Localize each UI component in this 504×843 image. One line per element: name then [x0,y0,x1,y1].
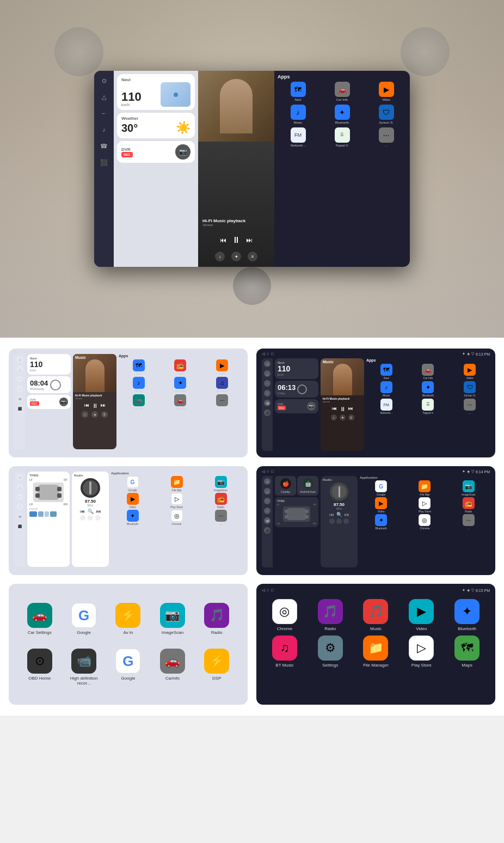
music-icon[interactable]: ♪ [215,252,225,261]
app-item-r1l-6[interactable]: 📹 AV_IN [119,394,159,410]
app-r2l-chrome[interactable]: ◎ Chrome [155,510,198,526]
android-auto-btn-r2r[interactable]: 🤖 Android Auto [297,476,318,496]
launcher-avin[interactable]: ⚡ Av In [108,603,148,635]
app-item-r1l-3[interactable]: ♪ Music [119,377,159,393]
app-navi[interactable]: 🗺 Navi [278,82,318,101]
app-item-r1l-7[interactable]: 🚗 Car Info [161,394,201,410]
prev-btn[interactable]: ⏮ [220,236,226,244]
app-label-radio-r1l: Radio [177,372,184,375]
app-video[interactable]: ▶ Video [366,82,407,101]
app-r1r-video[interactable]: ▶ Video [450,364,490,380]
home-nav-r2r[interactable]: ○ [267,469,269,474]
app-r1r-more[interactable]: ··· ... [450,399,490,414]
dvr-card-r1r[interactable]: DVR Rec 📷 [275,399,318,413]
time-card-r1r[interactable]: 06:13 Friday [275,381,318,398]
tpms-card-r2l[interactable]: TPMS LFRF LRRR Layout [27,472,70,567]
app-item-r1l-8[interactable]: ··· ... [202,394,242,410]
apps-nav-r3r[interactable]: □ [271,588,273,592]
launcher-carinfo[interactable]: 🚗 CarInfo [152,649,192,686]
app-r2r-video[interactable]: ▶ Video [360,497,402,513]
apps-nav-r2r[interactable]: □ [271,469,273,474]
app-r2l-bt[interactable]: ✦ Bluetooth [111,510,154,526]
app-item-r1l-1[interactable]: 📻 Radio [161,359,201,375]
navi-widget[interactable]: Navi 110 km/h [117,74,195,110]
app-r2r-img[interactable]: 📷 ImageScan [447,480,490,496]
bluetooth-icon[interactable]: ✦ [231,252,241,261]
app-item-r1l-4[interactable]: ✦ Bluetooth [161,377,201,393]
app-r1r-junsun[interactable]: 🛡 Junsun S. [450,381,490,397]
apps-nav-r1r[interactable]: □ [271,352,273,356]
dl-music[interactable]: 🎵 Music [355,599,397,631]
launcher-radio[interactable]: 🎵 Radio [197,603,237,635]
dl-radio[interactable]: 🎵 Radio [310,599,351,631]
launcher-imagescan[interactable]: 📷 ImageScan [152,603,192,635]
home-nav-r1r[interactable]: ○ [267,352,269,356]
app-toppal[interactable]: ⠿ Toppal V. [322,127,362,147]
dl-btmusic[interactable]: ♫ BT Music [264,636,305,668]
tpms-card-r2r[interactable]: TPMS LFRF LRRR [275,497,318,527]
app-network[interactable]: FM Network... [278,127,318,147]
launcher-obd[interactable]: ⊙ OBD Home [20,649,59,686]
dl-filemanager[interactable]: 📁 File Manager [355,636,397,668]
app-r1r-ci[interactable]: 🚗 Car Info [408,364,448,380]
back-nav-r1r[interactable]: ◁ [262,352,265,356]
app-r1r-toppal[interactable]: ⠿ Toppal V. [408,399,448,414]
time-card-r1l[interactable]: 08:04 Wednesday [27,376,71,393]
app-r2r-g[interactable]: G Google [360,480,402,496]
app-r2r-more[interactable]: ··· ... [447,514,490,530]
launcher-hdrecord[interactable]: 📹 High definition recor... [64,649,103,686]
music-panel-r1l[interactable]: Music Hi-Fi Music playback Junsun ⏮ ⏸ ⏭ … [73,354,116,449]
app-r2l-play[interactable]: ▷ Play Store [155,493,198,509]
app-r2r-radio[interactable]: 📻 Radio [447,497,490,513]
launcher-google[interactable]: G Google [64,603,103,635]
launcher-car-settings[interactable]: 🚗 Car Settings [20,603,59,635]
app-r2r-play[interactable]: ▷ Play Store [403,497,446,513]
dl-maps[interactable]: 🗺 Maps [446,636,488,668]
dl-playstore[interactable]: ▷ Play Store [401,636,442,668]
dl-chrome[interactable]: ◎ Chrome [264,599,305,631]
app-r2l-more[interactable]: ··· ... [199,510,242,526]
app-bluetooth[interactable]: ✦ Bluetooth [322,105,362,124]
home-nav-r3r[interactable]: ○ [267,588,269,592]
app-r2r-chrome[interactable]: ◎ Chrome [403,514,446,530]
weather-widget[interactable]: Weather 30° ☀️ [117,113,195,138]
app-r1r-navi[interactable]: 🗺 Navi [366,364,407,380]
launcher-google2[interactable]: G Google [108,649,148,686]
app-r2l-radio[interactable]: 📻 Radio [199,493,242,509]
app-r1r-bt[interactable]: ✦ Bluetooth [408,381,448,397]
app-r1r-net[interactable]: FM Network... [366,399,407,414]
dl-settings[interactable]: ⚙ Settings [310,636,351,668]
play-btn[interactable]: ⏸ [232,235,241,245]
music-panel[interactable]: Music Hi-Fi Music playback Junsun ⏮ ⏸ ⏭ … [198,71,274,267]
dvr-widget[interactable]: DVR REC 📷 [117,141,195,163]
carplay-btn-r2r[interactable]: 🍎 Carplay [275,476,296,496]
music-panel-r1r[interactable]: Music Hi-Fi Music playback Junsun ⏮ ⏸ ⏭ … [321,358,364,451]
radio-card-r2r[interactable]: Radio 87.50 MHz ⏮ 🔍 ⏭ [321,476,358,567]
app-r2l-fm[interactable]: 📁 File Mgr [155,476,198,492]
radio-card-r2l[interactable]: Radio 87.50 MHz ⏮ 🔍 ⏭ [72,472,109,567]
navi-card-r1l[interactable]: Navi 110 km/h [27,354,71,375]
app-more[interactable]: ··· ... [366,127,407,147]
app-item-r1l-5[interactable]: ♫ BT Music [202,377,242,393]
app-item-r1l-2[interactable]: ▶ Video [202,359,242,375]
back-nav-r3r[interactable]: ◁ [262,588,265,592]
app-r1r-music[interactable]: ♪ Music [366,381,407,397]
next-btn[interactable]: ⏭ [246,236,253,244]
app-item-r1l-0[interactable]: 🗺 Navi [119,359,159,375]
dvr-card-r1l[interactable]: DVR REC 📷 [27,395,71,409]
launcher-dsp[interactable]: ⚡ DSP [197,649,237,686]
app-label-music: Music [294,121,303,124]
app-carinfo[interactable]: 🚗 Car Info [322,82,362,101]
eq-icon[interactable]: ≡ [248,252,257,261]
app-r2l-img[interactable]: 📷 ImageScan [199,476,242,492]
back-nav-r2r[interactable]: ◁ [262,469,265,474]
app-r2r-fm[interactable]: 📁 File Mgr [403,480,446,496]
app-r2l-video[interactable]: ▶ Video [111,493,154,509]
app-music[interactable]: ♪ Music [278,105,318,124]
navi-card-r1r[interactable]: Navi 110 km/h [275,358,318,379]
app-r2r-bt[interactable]: ✦ Bluetooth [360,514,402,530]
app-junsun[interactable]: 🛡 Junsun S. [366,105,407,124]
dl-video[interactable]: ▶ Video [401,599,442,631]
app-r2l-google[interactable]: G Google [111,476,154,492]
dl-bluetooth[interactable]: ✦ Bluetooth [446,599,488,631]
